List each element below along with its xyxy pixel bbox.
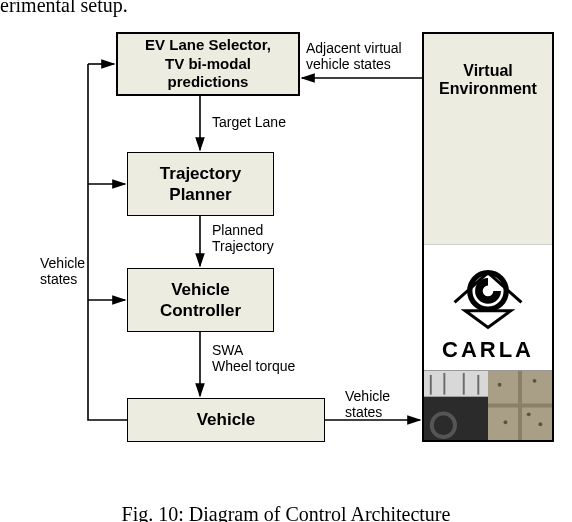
svg-rect-5 [477,375,479,395]
svg-point-12 [504,420,508,424]
block-vehicle-label: Vehicle [197,409,256,430]
block-lane-selector-label: EV Lane Selector, TV bi-modal prediction… [145,36,271,92]
label-planned-trajectory: Planned Trajectory [212,222,274,254]
block-trajectory-planner: Trajectory Planner [127,152,274,216]
figure-caption: Fig. 10: Diagram of Control Architecture [0,503,572,522]
carla-logo-text: CARLA [442,337,534,363]
virtual-environment-title: Virtual Environment [424,62,552,98]
svg-point-11 [538,422,542,426]
panel-virtual-environment: Virtual Environment CARLA [422,32,554,442]
svg-rect-2 [430,375,432,395]
simulator-screenshots [424,370,552,440]
svg-point-10 [533,379,537,383]
label-adjacent-virtual: Adjacent virtual vehicle states [306,40,402,72]
label-target-lane: Target Lane [212,114,286,130]
label-vehicle-states-right: Vehicle states [345,388,390,420]
svg-rect-8 [488,404,552,408]
svg-point-9 [498,383,502,387]
label-swa-torque: SWA Wheel torque [212,342,295,374]
block-vehicle: Vehicle [127,398,325,442]
block-trajectory-planner-label: Trajectory Planner [160,163,241,206]
cropped-text-top: erimental setup. [0,0,128,17]
sim-screenshot-topdown [488,370,552,440]
svg-rect-4 [463,373,465,395]
block-lane-selector: EV Lane Selector, TV bi-modal prediction… [116,32,300,96]
svg-point-13 [527,412,531,416]
carla-logo-icon [450,259,526,335]
block-vehicle-controller-label: Vehicle Controller [160,279,241,322]
sim-screenshot-cockpit [424,370,488,440]
label-vehicle-states-left: Vehicle states [40,255,85,287]
block-vehicle-controller: Vehicle Controller [127,268,274,332]
svg-rect-3 [443,373,445,395]
